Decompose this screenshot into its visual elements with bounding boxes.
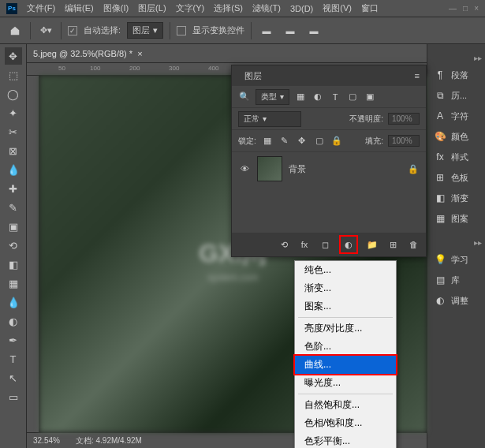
menu-solid-color[interactable]: 纯色... (295, 261, 396, 279)
show-transform-checkbox[interactable] (177, 26, 186, 35)
visibility-icon[interactable]: 👁 (238, 162, 251, 175)
eraser-tool[interactable]: ◧ (5, 256, 22, 273)
close-icon[interactable]: × (474, 4, 479, 13)
type-tool[interactable]: T (5, 350, 22, 368)
move-tool[interactable]: ✥ (5, 47, 22, 65)
menu-levels[interactable]: 色阶... (295, 338, 396, 356)
filter-shape-icon[interactable]: ▢ (346, 91, 359, 103)
adjustment-context-menu: 纯色... 渐变... 图案... 亮度/对比度... 色阶... 曲线... … (294, 260, 397, 448)
menu-pattern[interactable]: 图案... (295, 297, 396, 315)
new-layer-icon[interactable]: ⊞ (386, 238, 399, 251)
menu-brightness[interactable]: 亮度/对比度... (295, 319, 396, 338)
panel-menu-icon[interactable]: ≡ (415, 71, 420, 80)
document-tab[interactable]: 5.jpeg @ 32.5%(RGB/8) * × (27, 44, 427, 63)
history-brush-tool[interactable]: ⟲ (5, 237, 22, 254)
dock-collapse-icon-2[interactable]: ▸▸ (427, 235, 485, 249)
brush-tool[interactable]: ✎ (5, 199, 22, 216)
lock-pixels-icon[interactable]: ▦ (261, 135, 274, 147)
marquee-tool[interactable]: ⬚ (5, 66, 22, 84)
show-transform-label: 显示变换控件 (192, 24, 244, 36)
lock-artboard-icon[interactable]: ▢ (313, 135, 326, 147)
fx-icon[interactable]: fx (298, 238, 311, 251)
right-dock: ▸▸ ¶段落 ⧉历... A字符 🎨颜色 fx样式 ⊞色板 ◧渐变 ▦图案 ▸▸… (427, 44, 485, 448)
auto-select-checkbox[interactable]: ✓ (68, 26, 77, 35)
home-icon[interactable] (6, 22, 24, 39)
filter-smart-icon[interactable]: ▣ (364, 91, 376, 103)
folder-icon[interactable]: 📁 (366, 238, 379, 251)
layer-name[interactable]: 背景 (289, 163, 306, 175)
fill-input[interactable]: 100% (388, 135, 420, 147)
dock-paragraph[interactable]: ¶段落 (427, 65, 485, 85)
filter-text-icon[interactable]: T (329, 91, 341, 103)
menu-vibrance[interactable]: 自然饱和度... (295, 396, 396, 414)
menu-view[interactable]: 视图(V) (318, 2, 356, 14)
menu-exposure[interactable]: 曝光度... (295, 374, 396, 392)
ruler-vertical (27, 76, 39, 432)
pen-tool[interactable]: ✒ (5, 331, 22, 349)
path-tool[interactable]: ↖ (5, 369, 22, 386)
lock-label: 锁定: (238, 136, 256, 147)
align-icon-2[interactable]: ▬ (282, 22, 299, 39)
menu-hue-sat[interactable]: 色相/饱和度... (295, 414, 396, 432)
filter-pixel-icon[interactable]: ▦ (294, 91, 307, 103)
heal-tool[interactable]: ✚ (5, 180, 22, 197)
menu-3d[interactable]: 3D(D) (285, 4, 318, 13)
shape-tool[interactable]: ▭ (5, 388, 22, 405)
zoom-level[interactable]: 32.54% (33, 436, 60, 445)
move-tool-icon[interactable]: ✥▾ (37, 22, 54, 39)
dock-color[interactable]: 🎨颜色 (427, 126, 485, 147)
layer-row-background[interactable]: 👁 背景 🔒 (232, 152, 426, 185)
adjustment-layer-icon[interactable]: ◐ (342, 238, 355, 251)
dock-adjustments[interactable]: ◐调整 (427, 290, 485, 311)
dock-gradients[interactable]: ◧渐变 (427, 188, 485, 208)
crop-tool[interactable]: ✂ (5, 123, 22, 140)
stamp-tool[interactable]: ▣ (5, 218, 22, 235)
mask-icon[interactable]: ◻ (319, 238, 331, 251)
menu-type[interactable]: 文字(Y) (171, 2, 210, 14)
opacity-input[interactable]: 100% (388, 113, 420, 125)
frame-tool[interactable]: ⊠ (5, 142, 22, 159)
menu-window[interactable]: 窗口 (356, 2, 383, 14)
filter-type-icon[interactable]: 🔍 (238, 91, 251, 103)
opacity-label: 不透明度: (349, 114, 383, 125)
blur-tool[interactable]: 💧 (5, 293, 22, 311)
dock-libraries[interactable]: ▤库 (427, 270, 485, 290)
dock-patterns[interactable]: ▦图案 (427, 208, 485, 229)
align-icon-3[interactable]: ▬ (305, 22, 323, 39)
minimize-icon[interactable]: — (449, 4, 457, 13)
menu-select[interactable]: 选择(S) (209, 2, 248, 14)
filter-adjust-icon[interactable]: ◐ (312, 91, 324, 103)
dock-swatches[interactable]: ⊞色板 (427, 167, 485, 188)
dock-character[interactable]: A字符 (427, 106, 485, 126)
menu-file[interactable]: 文件(F) (22, 2, 60, 14)
eyedropper-tool[interactable]: 💧 (5, 161, 22, 178)
auto-select-dropdown[interactable]: 图层▾ (127, 22, 163, 39)
filter-type-dropdown[interactable]: 类型 ▾ (256, 89, 289, 105)
layer-thumbnail[interactable] (257, 156, 282, 181)
dodge-tool[interactable]: ◐ (5, 312, 22, 330)
menu-curves[interactable]: 曲线... (295, 356, 396, 374)
title-bar: Ps 文件(F) 编辑(E) 图像(I) 图层(L) 文字(Y) 选择(S) 滤… (0, 0, 485, 17)
delete-icon[interactable]: 🗑 (407, 238, 420, 251)
menu-edit[interactable]: 编辑(E) (60, 2, 99, 14)
lock-brush-icon[interactable]: ✎ (278, 135, 291, 147)
lasso-tool[interactable]: ◯ (5, 85, 22, 103)
gradient-tool[interactable]: ▦ (5, 274, 22, 292)
menu-layer[interactable]: 图层(L) (133, 2, 170, 14)
link-layers-icon[interactable]: ⟲ (278, 238, 290, 251)
lock-position-icon[interactable]: ✥ (296, 135, 308, 147)
wand-tool[interactable]: ✦ (5, 104, 22, 121)
dock-styles[interactable]: fx样式 (427, 147, 485, 167)
menu-gradient[interactable]: 渐变... (295, 279, 396, 297)
lock-all-icon[interactable]: 🔒 (330, 135, 343, 147)
dock-collapse-icon[interactable]: ▸▸ (427, 50, 485, 65)
maximize-icon[interactable]: □ (463, 4, 468, 13)
dock-history[interactable]: ⧉历... (427, 85, 485, 106)
blend-mode-dropdown[interactable]: 正常 ▾ (238, 111, 301, 127)
align-icon-1[interactable]: ▬ (258, 22, 275, 39)
layers-panel-tab[interactable]: 图层 (238, 70, 268, 82)
menu-color-balance[interactable]: 色彩平衡... (295, 432, 396, 448)
menu-filter[interactable]: 滤镜(T) (248, 2, 285, 14)
dock-learn[interactable]: 💡学习 (427, 249, 485, 270)
menu-image[interactable]: 图像(I) (99, 2, 133, 14)
